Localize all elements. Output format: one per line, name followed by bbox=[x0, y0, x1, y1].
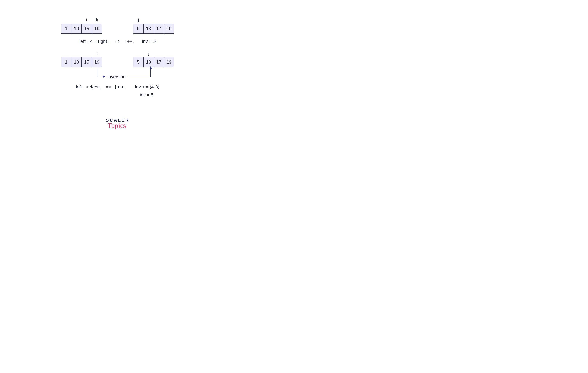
left-array-1: i k 1 10 15 19 bbox=[61, 17, 102, 33]
caption-inv: inv = 5 bbox=[142, 39, 156, 44]
inversion-label: Inversion bbox=[107, 74, 126, 80]
caption-arrow: => bbox=[115, 39, 121, 44]
cell: 5 bbox=[133, 57, 144, 67]
step-1-row: i k 1 10 15 19 j 5 13 17 19 bbox=[0, 17, 235, 33]
caption-sub: j bbox=[108, 41, 110, 45]
step-1-caption: left i < = right j => i ++, inv = 5 bbox=[0, 39, 235, 45]
caption-word: right bbox=[98, 39, 107, 44]
caption-op: > bbox=[86, 84, 88, 90]
cell: 1 bbox=[61, 57, 72, 67]
caption-action: i ++, bbox=[125, 39, 134, 44]
step-2-wrap: i 1 10 15 19 j 5 13 17 19 bbox=[0, 51, 235, 97]
cell: 19 bbox=[164, 57, 174, 67]
cell: 15 bbox=[82, 23, 92, 33]
caption-action: j + + , bbox=[115, 84, 126, 90]
cell: 10 bbox=[71, 23, 82, 33]
cell: 17 bbox=[154, 23, 164, 33]
cell: 15 bbox=[82, 57, 92, 67]
step-2-row: i 1 10 15 19 j 5 13 17 19 bbox=[0, 51, 235, 67]
pointer-j-2: j bbox=[148, 51, 149, 56]
caption-word: right bbox=[90, 84, 99, 90]
caption-inv: inv + = (4-3) bbox=[135, 84, 159, 90]
right-array-2: j 5 13 17 19 bbox=[133, 51, 174, 67]
inversion-diagram: i k 1 10 15 19 j 5 13 17 19 left i < bbox=[0, 17, 235, 97]
cell: 17 bbox=[154, 57, 164, 67]
cell: 5 bbox=[133, 23, 144, 33]
caption-word: left bbox=[79, 39, 86, 44]
cell: 19 bbox=[92, 57, 102, 67]
pointer-i-2: i bbox=[96, 51, 97, 56]
caption-sub: j bbox=[100, 87, 101, 90]
cell: 1 bbox=[61, 23, 72, 33]
cell: 19 bbox=[164, 23, 174, 33]
pointer-j-1: j bbox=[138, 17, 139, 23]
pointer-i-1: i bbox=[86, 17, 87, 23]
left-array-2: i 1 10 15 19 bbox=[61, 51, 102, 67]
caption-sub: i bbox=[83, 87, 84, 90]
cell: 13 bbox=[143, 23, 154, 33]
logo-sub: Topics bbox=[104, 122, 129, 130]
step-2-caption: left i > right j => j + + , inv + = (4-3… bbox=[0, 84, 235, 97]
cell: 10 bbox=[71, 57, 82, 67]
cell: 13 bbox=[143, 57, 154, 67]
brand-logo: SCALER Topics bbox=[106, 117, 129, 130]
caption-arrow: => bbox=[106, 84, 111, 90]
caption-op: < = bbox=[90, 39, 96, 44]
cell: 19 bbox=[92, 23, 102, 33]
caption-inv-line2: inv = 6 bbox=[58, 92, 235, 97]
pointer-k-1: k bbox=[96, 17, 98, 23]
caption-word: left bbox=[76, 84, 82, 90]
right-array-1: j 5 13 17 19 bbox=[133, 17, 174, 33]
caption-sub: i bbox=[87, 41, 89, 45]
